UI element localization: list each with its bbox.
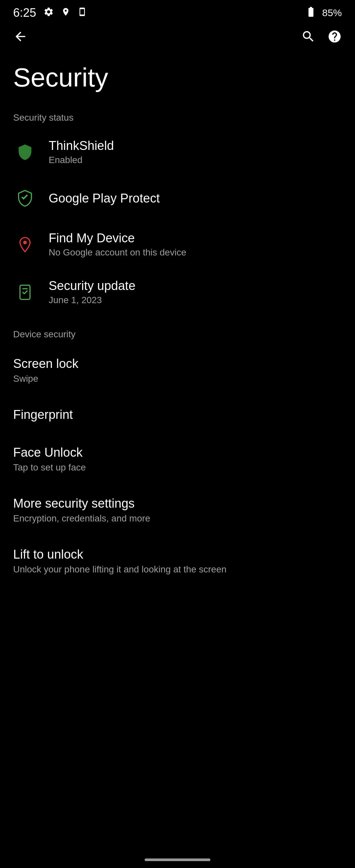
more-security-item[interactable]: More security settings Encryption, crede… [0, 485, 355, 536]
status-bar-right: 85% [305, 6, 342, 20]
play-protect-text: Google Play Protect [49, 191, 160, 206]
screen-lock-subtitle: Swipe [13, 373, 342, 384]
find-device-title: Find My Device [49, 231, 186, 245]
thinkshield-text: ThinkShield Enabled [49, 139, 114, 165]
security-update-subtitle: June 1, 2023 [49, 295, 135, 305]
battery-percentage: 85% [322, 7, 342, 19]
screenshot-status-icon [77, 7, 87, 19]
page-title: Security [0, 53, 355, 106]
more-security-title: More security settings [13, 496, 342, 510]
battery-icon [305, 6, 317, 20]
nav-right-icons [301, 29, 342, 47]
screen-lock-item[interactable]: Screen lock Swipe [0, 345, 355, 396]
lift-to-unlock-item[interactable]: Lift to unlock Unlock your phone lifting… [0, 536, 355, 587]
security-update-text: Security update June 1, 2023 [49, 279, 135, 305]
screen-lock-title: Screen lock [13, 357, 342, 371]
bottom-bar [0, 851, 355, 868]
find-device-text: Find My Device No Google account on this… [49, 231, 186, 258]
find-device-subtitle: No Google account on this device [49, 247, 186, 258]
security-update-title: Security update [49, 279, 135, 293]
face-unlock-subtitle: Tap to set up face [13, 462, 342, 473]
face-unlock-title: Face Unlock [13, 445, 342, 460]
play-protect-title: Google Play Protect [49, 191, 160, 206]
fingerprint-item[interactable]: Fingerprint [0, 396, 355, 434]
security-update-icon [13, 280, 37, 304]
location-status-icon [61, 7, 70, 19]
thinkshield-title: ThinkShield [49, 139, 114, 153]
settings-status-icon [43, 7, 54, 20]
device-security-label: Device security [0, 322, 355, 345]
play-protect-icon [13, 186, 37, 210]
back-button[interactable] [13, 29, 28, 47]
thinkshield-icon [13, 141, 37, 164]
find-my-device-item[interactable]: Find My Device No Google account on this… [0, 221, 355, 268]
home-indicator [144, 859, 211, 861]
status-time: 6:25 [13, 6, 36, 20]
more-security-subtitle: Encryption, credentials, and more [13, 513, 342, 524]
search-button[interactable] [301, 29, 316, 47]
thinkshield-item[interactable]: ThinkShield Enabled [0, 128, 355, 176]
fingerprint-title: Fingerprint [13, 408, 342, 422]
find-device-icon [13, 233, 37, 256]
status-bar: 6:25 85% [0, 0, 355, 23]
help-button[interactable] [327, 29, 342, 47]
security-status-label: Security status [0, 106, 355, 128]
lift-to-unlock-title: Lift to unlock [13, 548, 342, 562]
status-bar-left: 6:25 [13, 6, 87, 20]
face-unlock-item[interactable]: Face Unlock Tap to set up face [0, 434, 355, 485]
top-nav [0, 23, 355, 53]
lift-to-unlock-subtitle: Unlock your phone lifting it and looking… [13, 564, 342, 575]
security-update-item[interactable]: Security update June 1, 2023 [0, 268, 355, 316]
google-play-protect-item[interactable]: Google Play Protect [0, 176, 355, 221]
svg-point-0 [23, 241, 27, 244]
thinkshield-subtitle: Enabled [49, 155, 114, 165]
